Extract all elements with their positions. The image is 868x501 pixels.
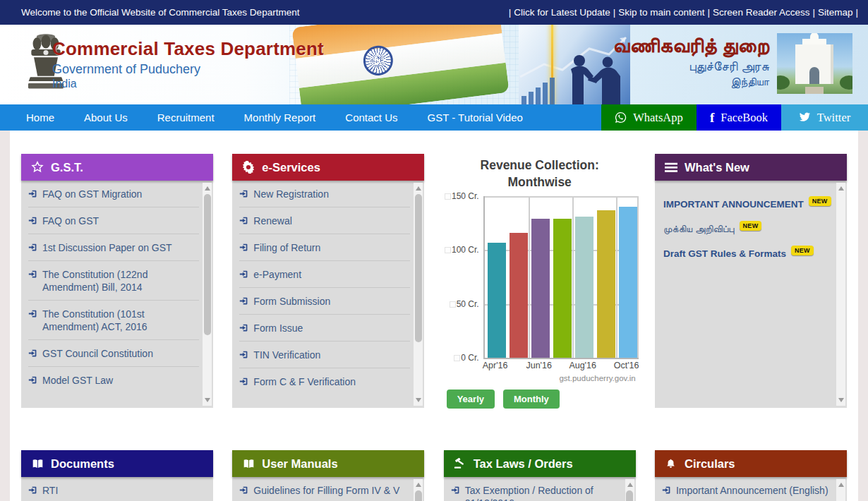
list-item[interactable]: RTI (28, 477, 199, 501)
gridline (529, 196, 530, 358)
eservices-list: New RegistrationRenewalFiling of Returne… (232, 181, 424, 394)
scroll-thumb[interactable] (415, 490, 422, 501)
whats-new-item[interactable]: Draft GST Rules & FormatsNEW (655, 241, 847, 266)
list-item-label: The Constitution (101st Amendment) ACT, … (42, 308, 199, 333)
circulars-panel-body: Important Announcement (English) (655, 477, 847, 501)
list-item[interactable]: TIN Verification (239, 342, 410, 368)
nav-recruitment[interactable]: Recruitment (143, 111, 229, 123)
signin-arrow-icon (239, 270, 253, 279)
separator: | (708, 7, 711, 18)
list-item[interactable]: Form Submission (239, 288, 410, 315)
scroll-down-icon[interactable] (838, 398, 844, 402)
x-axis-label: Oct'16 (614, 361, 639, 370)
scroll-up-icon[interactable] (627, 483, 633, 487)
signin-arrow-icon (239, 243, 253, 252)
scroll-down-icon[interactable] (416, 398, 421, 402)
list-item[interactable]: Guidelines for Filling Form IV & V (239, 477, 410, 501)
list-item[interactable]: Model GST Law (28, 367, 199, 393)
list-item-label: GST Council Constitution (42, 347, 153, 360)
signin-arrow-icon (239, 296, 253, 306)
list-item[interactable]: GST Council Constitution (28, 340, 199, 367)
nav-contact-us[interactable]: Contact Us (330, 111, 412, 123)
bar-Apr'16 (488, 243, 506, 358)
list-item[interactable]: FAQ on GST Migration (28, 181, 199, 207)
tick-box (445, 247, 451, 253)
signin-arrow-icon (28, 216, 42, 225)
scroll-thumb[interactable] (204, 194, 211, 335)
y-axis-label: 150 Cr. (444, 191, 479, 201)
whatsapp-icon (615, 111, 627, 123)
whats-new-panel-header: What's New (655, 154, 847, 181)
list-item[interactable]: Renewal (239, 207, 410, 234)
monthly-button[interactable]: Monthly (503, 390, 560, 409)
scroll-up-icon[interactable] (416, 483, 421, 487)
bar-Jun'16 (531, 219, 550, 358)
bar-Oct'16 (619, 207, 637, 358)
separator: | (855, 7, 858, 18)
list-item[interactable]: FAQ on GST (28, 207, 199, 234)
whatsapp-button[interactable]: WhatsApp (601, 104, 697, 131)
panel-eservices: e-Services New RegistrationRenewalFiling… (232, 154, 424, 409)
separator: | (812, 7, 815, 18)
whats-new-scrollbar[interactable] (836, 183, 845, 406)
link-skip-to-content[interactable]: Skip to main content (618, 7, 704, 18)
list-item[interactable]: 1st Discussion Paper on GST (28, 234, 199, 261)
whats-new-panel-title: What's New (685, 161, 749, 174)
signin-arrow-icon (28, 375, 42, 385)
whats-new-item[interactable]: IMPORTANT ANNOUNCEMENTNEW (655, 192, 847, 217)
list-item[interactable]: Important Announcement (English) (662, 477, 833, 501)
gst-scrollbar[interactable] (203, 183, 212, 406)
nav-gst-tutorial-video[interactable]: GST - Tutorial Video (413, 111, 538, 123)
user-manuals-scrollbar[interactable] (414, 479, 423, 501)
list-item[interactable]: The Constitution (122nd Amendment) Bill,… (28, 261, 199, 301)
whats-new-list: IMPORTANT ANNOUNCEMENTNEWமுக்கிய அறிவிப்… (655, 181, 847, 266)
yearly-button[interactable]: Yearly (447, 390, 495, 409)
nav-home[interactable]: Home (11, 111, 69, 123)
nav-items: Home About Us Recruitment Monthly Report… (0, 104, 601, 131)
tax-laws-scrollbar[interactable] (625, 479, 634, 501)
twitter-button[interactable]: Twitter (781, 104, 868, 131)
eservices-scrollbar[interactable] (414, 183, 423, 406)
list-item[interactable]: Tax Exemption / Reduction of 01/12/2016 (451, 477, 622, 501)
list-icon (664, 162, 678, 173)
gst-panel-title: G.S.T. (51, 161, 83, 174)
list-item[interactable]: e-Payment (239, 261, 410, 288)
bar-Sep'16 (597, 210, 615, 358)
signin-arrow-icon (28, 270, 42, 279)
list-item[interactable]: New Registration (239, 181, 410, 207)
scroll-thumb[interactable] (626, 490, 633, 501)
list-item[interactable]: The Constitution (101st Amendment) ACT, … (28, 301, 199, 340)
whatsapp-label: WhatsApp (633, 111, 683, 125)
site-title-tamil-block: வணிகவரித் துறை புதுச்சேரி அரசு இந்தியா (613, 33, 770, 89)
scroll-up-icon[interactable] (838, 483, 844, 487)
list-item-label: Important Announcement (English) (676, 484, 828, 497)
nav-monthly-report[interactable]: Monthly Report (229, 111, 331, 123)
circulars-scrollbar[interactable] (836, 479, 845, 501)
y-axis-label: 0 Cr. (444, 353, 479, 363)
eservices-panel-body: New RegistrationRenewalFiling of Returne… (232, 181, 424, 408)
list-item[interactable]: Filing of Return (239, 234, 410, 261)
signin-arrow-icon (239, 350, 253, 359)
scroll-thumb[interactable] (415, 194, 422, 342)
bar-Aug'16 (575, 217, 593, 358)
separator: | (509, 7, 512, 18)
link-latest-update[interactable]: Click for Latest Update (514, 7, 610, 18)
scroll-up-icon[interactable] (416, 186, 421, 191)
signin-arrow-icon (239, 485, 253, 495)
scroll-up-icon[interactable] (205, 186, 210, 191)
link-sitemap[interactable]: Sitemap (818, 7, 853, 18)
link-screen-reader[interactable]: Screen Reader Access (713, 7, 809, 18)
scroll-down-icon[interactable] (205, 398, 210, 402)
nav-about-us[interactable]: About Us (69, 111, 143, 123)
gear-icon (241, 161, 255, 174)
facebook-button[interactable]: f FaceBook (697, 104, 781, 131)
scroll-up-icon[interactable] (838, 186, 844, 191)
signin-arrow-icon (28, 349, 42, 358)
whats-new-item[interactable]: முக்கிய அறிவிப்புNEW (655, 217, 847, 241)
list-item[interactable]: Form Issue (239, 315, 410, 342)
site-title: Commercial Taxes Department (52, 39, 324, 60)
chart-watermark: gst.puducherry.gov.in (444, 374, 636, 382)
chart-title: Revenue Collection: Monthwise (444, 157, 636, 191)
gridline (572, 196, 574, 358)
list-item[interactable]: Form C & F Verification (239, 368, 410, 394)
